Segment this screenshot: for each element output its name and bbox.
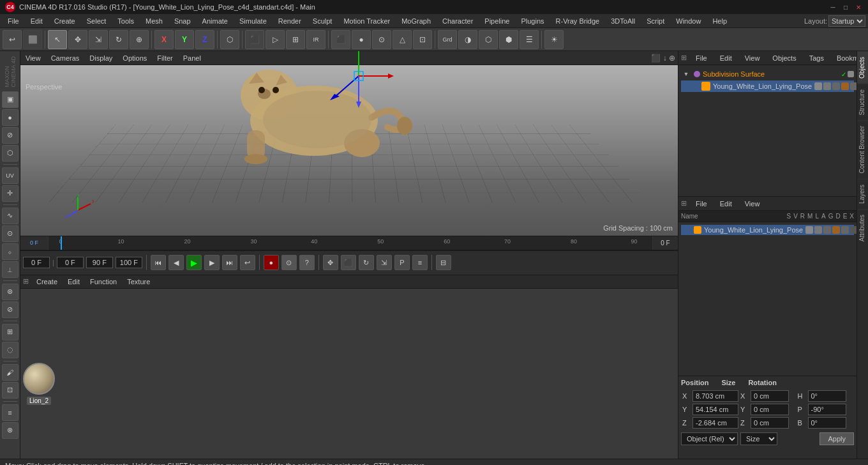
apply-button[interactable]: Apply	[819, 432, 854, 445]
paint-button[interactable]: 🖌	[2, 364, 19, 381]
brush-button[interactable]: ⊘	[2, 301, 19, 318]
p-rotation-input[interactable]	[808, 404, 846, 415]
menu-animate[interactable]: Animate	[197, 16, 233, 26]
menu-render[interactable]: Render	[273, 16, 306, 26]
undo-button[interactable]: ↩	[3, 30, 22, 49]
y-axis-button[interactable]: Y	[175, 30, 194, 49]
max-frame-input[interactable]	[86, 257, 113, 268]
obj-tab-tags[interactable]: Tags	[805, 54, 828, 63]
viewport-texture-button[interactable]: ⬢	[499, 30, 518, 49]
obj-tab-file[interactable]: File	[692, 54, 711, 63]
floor-button[interactable]: ⊞	[2, 324, 19, 340]
viewport-smooth-button[interactable]: ◑	[458, 30, 477, 49]
right-tab-attributes[interactable]: Attributes	[857, 209, 868, 247]
uv-mode-button[interactable]: UV	[2, 167, 19, 184]
maximize-button[interactable]: □	[841, 3, 850, 11]
universal-tool-button[interactable]: ⊕	[130, 30, 149, 49]
prev-frame-button[interactable]: ◀	[168, 255, 184, 270]
key-rotate-button[interactable]: ↻	[359, 255, 374, 270]
menu-snap[interactable]: Snap	[169, 16, 196, 26]
group-button[interactable]: ⊡	[413, 30, 432, 49]
fps-input[interactable]	[116, 257, 142, 268]
vp-options-btn[interactable]: Options	[120, 54, 149, 63]
menu-character[interactable]: Character	[437, 16, 478, 26]
viewport-display-button[interactable]: Grd	[438, 30, 457, 49]
material-item[interactable]: Lion_2	[23, 363, 55, 395]
vp-view-btn[interactable]: View	[23, 54, 43, 63]
size-mode-dropdown[interactable]: Size Scale	[740, 432, 777, 445]
b-rotation-input[interactable]	[808, 417, 846, 429]
vp-panel-btn[interactable]: Panel	[181, 54, 204, 63]
move-tool-button[interactable]: ✥	[68, 30, 87, 49]
sky-button[interactable]: ◌	[2, 342, 19, 358]
y-size-input[interactable]	[751, 404, 789, 415]
min-frame-input[interactable]	[57, 257, 84, 268]
timeline-playhead[interactable]	[61, 236, 62, 250]
right-tab-structure[interactable]: Structure	[857, 84, 868, 121]
key-create-button[interactable]: ⬛	[341, 255, 356, 270]
mat-create-btn[interactable]: Create	[34, 277, 60, 286]
goto-end-button[interactable]: ⏭	[222, 255, 237, 270]
y-position-input[interactable]	[692, 404, 738, 415]
x-axis-button[interactable]: X	[154, 30, 174, 49]
key-params-button[interactable]: P	[394, 255, 410, 270]
z-axis-button[interactable]: Z	[195, 30, 214, 49]
minimize-button[interactable]: ─	[828, 3, 837, 11]
cone-button[interactable]: △	[393, 30, 412, 49]
rotate-tool-button[interactable]: ↻	[109, 30, 128, 49]
world-space-button[interactable]: ⬡	[220, 30, 239, 49]
x-position-input[interactable]	[692, 390, 738, 402]
generator-button[interactable]: ⊙	[2, 225, 19, 242]
attr-tab-view[interactable]: View	[741, 199, 764, 208]
timeline-view-button[interactable]: ⊟	[436, 255, 451, 270]
joint-button[interactable]: ✛	[2, 185, 19, 202]
menu-tools[interactable]: Tools	[112, 16, 139, 26]
menu-mograph[interactable]: MoGraph	[396, 16, 436, 26]
loop-button[interactable]: ↩	[240, 255, 255, 270]
obj-expand-icon[interactable]: ▼	[681, 69, 691, 79]
key-scale-button[interactable]: ⇲	[377, 255, 392, 270]
attr-tab-file[interactable]: File	[692, 199, 711, 208]
spline-button[interactable]: ∿	[2, 208, 19, 224]
deformer-button[interactable]: ⬦	[2, 243, 19, 260]
menu-file[interactable]: File	[3, 16, 24, 26]
cube-button[interactable]: ⬛	[331, 30, 350, 49]
sculpt-button[interactable]: ⊡	[2, 382, 19, 399]
material-thumbnail[interactable]	[23, 363, 55, 395]
menu-window[interactable]: Window	[671, 16, 706, 26]
z-position-input[interactable]	[692, 417, 738, 429]
menu-simulate[interactable]: Simulate	[234, 16, 272, 26]
vp-cameras-btn[interactable]: Cameras	[49, 54, 82, 63]
key-all-button[interactable]: ≡	[412, 255, 428, 270]
current-frame-input[interactable]	[23, 257, 50, 268]
viewport-wire-button[interactable]: ⬡	[479, 30, 498, 49]
mat-function-btn[interactable]: Function	[87, 277, 119, 286]
menu-mesh[interactable]: Mesh	[140, 16, 168, 26]
object-row-subdivision[interactable]: ▼ Subdivision Surface ✓	[681, 68, 854, 80]
obj-tab-view[interactable]: View	[741, 54, 764, 63]
keyframe-help-button[interactable]: ?	[299, 255, 315, 270]
sphere-button[interactable]: ●	[352, 30, 371, 49]
close-button[interactable]: ✕	[854, 3, 863, 11]
viewport[interactable]: View Cameras Display Options Filter Pane…	[20, 51, 678, 236]
points-mode-button[interactable]: ●	[2, 109, 19, 126]
menu-plugins[interactable]: Plugins	[516, 16, 549, 26]
object-row-lion[interactable]: Young_White_Lion_Lying_Pose	[681, 80, 854, 92]
obj-tab-objects[interactable]: Objects	[768, 54, 800, 63]
object-space-dropdown[interactable]: Object (Rel) World	[681, 432, 738, 445]
scale-tool-button[interactable]: ⇲	[89, 30, 108, 49]
vp-filter-btn[interactable]: Filter	[154, 54, 175, 63]
layout-dropdown[interactable]: Startup	[828, 15, 865, 27]
render-all-button[interactable]: ⊞	[286, 30, 305, 49]
play-button[interactable]: ▶	[186, 255, 202, 270]
menu-create[interactable]: Create	[49, 16, 80, 26]
mat-edit-btn[interactable]: Edit	[65, 277, 82, 286]
layer-button[interactable]: ≡	[2, 404, 19, 421]
mat-texture-btn[interactable]: Texture	[124, 277, 153, 286]
attr-row-lion[interactable]: Young_White_Lion_Lying_Pose	[681, 225, 854, 235]
render-active-button[interactable]: ▷	[266, 30, 285, 49]
light-button[interactable]: ☀	[544, 30, 564, 49]
menu-script[interactable]: Script	[641, 16, 670, 26]
right-tab-objects[interactable]: Objects	[857, 51, 868, 84]
right-tab-content-browser[interactable]: Content Browser	[857, 120, 868, 178]
